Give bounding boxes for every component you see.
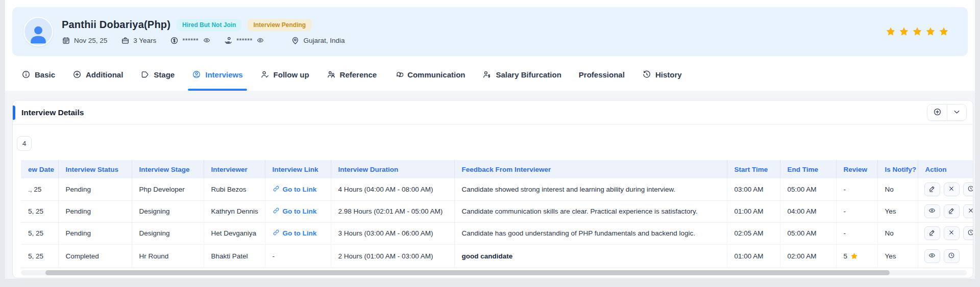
reveal-salary-eye-icon[interactable] bbox=[203, 37, 210, 44]
cell-action bbox=[918, 178, 973, 200]
column-header-review: Review bbox=[836, 160, 877, 178]
column-header-duration: Interview Duration bbox=[331, 160, 454, 178]
table-row: ., 25PendingPhp DeveloperRubi BezosGo to… bbox=[21, 178, 973, 200]
history-button[interactable] bbox=[944, 249, 960, 263]
edit-button[interactable] bbox=[944, 204, 960, 218]
count-chip[interactable]: 4 bbox=[17, 136, 32, 151]
column-header-link: Interview Link bbox=[265, 160, 331, 178]
cell-feedback: Candidate showed strong interest and lea… bbox=[454, 178, 727, 200]
info-icon bbox=[21, 70, 31, 79]
delete-button[interactable] bbox=[944, 226, 960, 240]
eye-icon bbox=[928, 207, 936, 216]
cell-start: 02:05 AM bbox=[727, 222, 780, 244]
plus-circle-icon bbox=[933, 108, 942, 118]
clock-icon bbox=[948, 252, 955, 260]
close-icon bbox=[948, 185, 955, 194]
edit-icon bbox=[928, 229, 936, 238]
review-score: 5 bbox=[844, 252, 848, 260]
cell-action bbox=[918, 222, 973, 244]
cell-link: Go to Link bbox=[265, 222, 331, 244]
table-row: 5, 25PendingDesigningHet DevganiyaGo to … bbox=[21, 222, 973, 244]
panel-action-group bbox=[927, 104, 967, 121]
app-window: Panthii Dobariya(Php) Hired But Not Join… bbox=[5, 0, 975, 279]
add-interview-button[interactable] bbox=[927, 105, 947, 120]
star-icon bbox=[898, 26, 910, 37]
column-header-interviewer: Interviewer bbox=[204, 160, 265, 178]
close-icon bbox=[948, 229, 955, 238]
edit-button[interactable] bbox=[924, 226, 940, 240]
view-button[interactable] bbox=[924, 249, 940, 263]
clock-icon bbox=[967, 229, 973, 238]
tab-additional[interactable]: Additional bbox=[72, 58, 123, 91]
history-button[interactable] bbox=[963, 182, 973, 196]
column-header-stage: Interview Stage bbox=[132, 160, 204, 178]
tab-label: Additional bbox=[86, 70, 123, 79]
edit-button[interactable] bbox=[924, 182, 940, 196]
cell-review: 5 bbox=[836, 244, 877, 268]
horizontal-scrollbar[interactable] bbox=[21, 270, 967, 275]
table-row: 5, 25PendingDesigningKathryn DennisGo to… bbox=[21, 200, 973, 222]
table-body: ., 25PendingPhp DeveloperRubi BezosGo to… bbox=[21, 178, 973, 268]
meta-offered-salary: ****** bbox=[224, 36, 264, 45]
go-to-link[interactable]: Go to Link bbox=[273, 207, 324, 216]
tag-icon bbox=[140, 70, 150, 79]
cell-link: Go to Link bbox=[265, 178, 331, 200]
link-icon bbox=[273, 229, 280, 238]
cell-date: ., 25 bbox=[21, 178, 58, 200]
plus-circle-icon bbox=[72, 70, 82, 79]
avatar bbox=[23, 17, 53, 46]
star-icon bbox=[850, 252, 859, 260]
star-icon bbox=[912, 26, 923, 37]
column-header-action: Action bbox=[918, 160, 973, 178]
table-row: 5, 25CompletedHr RoundBhakti Patel-2 Hou… bbox=[21, 244, 973, 268]
star-icon bbox=[925, 26, 936, 37]
scrollbar-thumb[interactable] bbox=[45, 270, 890, 275]
column-header-end: End Time bbox=[780, 160, 836, 178]
eye-icon bbox=[928, 252, 936, 260]
user-circle-icon bbox=[192, 70, 201, 79]
table-header-row: ew DateInterview StatusInterview StageIn… bbox=[21, 160, 973, 178]
column-header-feedback: Feedback From Interviewer bbox=[454, 160, 727, 178]
candidate-meta: Nov 25, 25 3 Years ****** ****** bbox=[62, 36, 345, 45]
collapse-panel-button[interactable] bbox=[947, 105, 966, 120]
tab-professional[interactable]: Professional bbox=[579, 58, 625, 91]
go-to-link[interactable]: Go to Link bbox=[273, 229, 324, 238]
link-label: Go to Link bbox=[283, 186, 317, 193]
tab-reference[interactable]: Reference bbox=[327, 58, 377, 91]
tab-interviews[interactable]: Interviews bbox=[192, 58, 242, 91]
link-icon bbox=[273, 207, 280, 216]
link-label: Go to Link bbox=[283, 229, 317, 237]
tab-follow-up[interactable]: Follow up bbox=[260, 58, 309, 91]
delete-button[interactable] bbox=[944, 182, 960, 196]
interview-details-panel: Interview Details 4 ew DateInterview Sta… bbox=[12, 100, 973, 278]
tab-communication[interactable]: Communication bbox=[394, 58, 465, 91]
cell-link: - bbox=[265, 244, 331, 268]
tab-salary-bifurcation[interactable]: Salary Bifurcation bbox=[482, 58, 561, 91]
cell-start: 03:00 AM bbox=[727, 178, 780, 200]
reveal-offered-salary-eye-icon[interactable] bbox=[257, 37, 264, 44]
cell-duration: 2 Hours (01:00 AM - 03:00 AM) bbox=[331, 244, 454, 268]
cell-status: Pending bbox=[58, 222, 132, 244]
cell-end: 02:00 AM bbox=[780, 244, 836, 268]
cell-interviewer: Bhakti Patel bbox=[204, 244, 265, 268]
tab-label: Reference bbox=[340, 70, 377, 79]
tab-label: Stage bbox=[154, 70, 175, 79]
go-to-link[interactable]: Go to Link bbox=[273, 185, 324, 194]
view-button[interactable] bbox=[924, 204, 940, 218]
history-button[interactable] bbox=[963, 226, 973, 240]
tab-history[interactable]: History bbox=[642, 58, 682, 91]
hand-coin-icon bbox=[224, 36, 233, 45]
cell-duration: 2.98 Hours (02:01 AM - 05:00 AM) bbox=[331, 200, 454, 222]
column-header-start: Start Time bbox=[727, 160, 780, 178]
star-icon bbox=[885, 26, 896, 37]
person-icon bbox=[27, 22, 50, 45]
cell-interviewer: Kathryn Dennis bbox=[204, 200, 265, 222]
cell-notify: No bbox=[877, 222, 918, 244]
rating-stars[interactable] bbox=[885, 26, 949, 37]
candidate-profile-page: { "header": { "name": "Panthii Dobariya(… bbox=[0, 0, 980, 287]
tab-stage[interactable]: Stage bbox=[140, 58, 175, 91]
delete-button[interactable] bbox=[963, 204, 973, 218]
panel-header: Interview Details bbox=[13, 100, 973, 125]
candidate-name: Panthii Dobariya(Php) bbox=[62, 19, 170, 31]
tab-basic[interactable]: Basic bbox=[21, 58, 55, 91]
